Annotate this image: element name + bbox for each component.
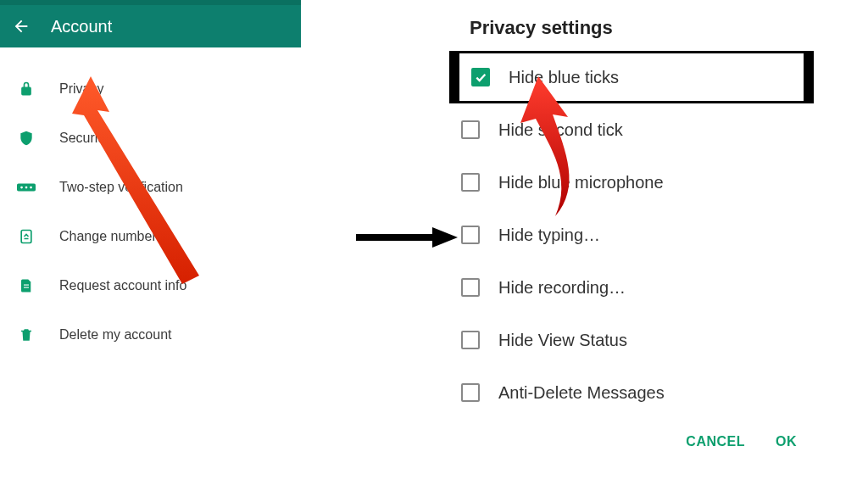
header-title: Account [51, 17, 112, 36]
menu-label: Delete my account [59, 327, 172, 343]
ok-button[interactable]: OK [776, 434, 797, 449]
svg-rect-6 [24, 287, 29, 288]
checkbox-icon[interactable] [461, 383, 480, 402]
checkbox-icon[interactable] [461, 226, 480, 244]
checkbox-icon[interactable] [471, 68, 490, 86]
option-hide-view-status[interactable]: Hide View Status [449, 314, 814, 366]
option-hide-recording[interactable]: Hide recording… [449, 261, 814, 314]
lock-icon [17, 80, 36, 98]
dialog-title: Privacy settings [449, 10, 814, 51]
option-label: Hide blue microphone [498, 173, 664, 192]
svg-point-1 [20, 187, 23, 189]
menu-label: Two-step verification [59, 180, 183, 195]
svg-rect-4 [21, 231, 31, 243]
option-hide-typing[interactable]: Hide typing… [449, 209, 814, 261]
privacy-settings-dialog: Privacy settings Hide blue ticks Hide se… [449, 10, 814, 449]
account-menu: Privacy Security Two-step verification C… [0, 47, 301, 359]
menu-item-delete-account[interactable]: Delete my account [0, 310, 301, 359]
shield-icon [17, 129, 36, 148]
back-arrow-icon[interactable] [12, 17, 31, 36]
option-label: Anti-Delete Messages [498, 383, 665, 403]
black-arrow-annotation [356, 226, 458, 249]
menu-item-privacy[interactable]: Privacy [0, 64, 301, 114]
trash-icon [17, 326, 36, 344]
svg-point-3 [30, 187, 32, 189]
sim-swap-icon [17, 227, 36, 246]
menu-label: Privacy [59, 81, 103, 97]
menu-item-change-number[interactable]: Change number [0, 212, 301, 261]
menu-label: Change number [59, 229, 157, 244]
menu-item-two-step[interactable]: Two-step verification [0, 163, 301, 212]
pin-dots-icon [17, 178, 36, 197]
option-label: Hide typing… [498, 226, 600, 245]
checkbox-icon[interactable] [461, 331, 480, 349]
account-settings-panel: Account Privacy Security Two-step verifi… [0, 0, 301, 359]
option-hide-blue-ticks[interactable]: Hide blue ticks [449, 51, 814, 103]
option-label: Hide second tick [498, 120, 623, 140]
cancel-button[interactable]: CANCEL [686, 434, 745, 449]
checkbox-icon[interactable] [461, 278, 480, 297]
option-label: Hide recording… [498, 278, 626, 298]
checkbox-icon[interactable] [461, 173, 480, 192]
menu-item-request-info[interactable]: Request account info [0, 261, 301, 310]
options-list: Hide blue ticks Hide second tick Hide bl… [449, 51, 814, 419]
option-label: Hide blue ticks [509, 68, 619, 87]
option-label: Hide View Status [498, 331, 627, 350]
option-hide-blue-microphone[interactable]: Hide blue microphone [449, 156, 814, 209]
option-anti-delete-messages[interactable]: Anti-Delete Messages [449, 366, 814, 419]
option-hide-second-tick[interactable]: Hide second tick [449, 103, 814, 156]
menu-item-security[interactable]: Security [0, 114, 301, 163]
svg-rect-5 [24, 285, 29, 286]
menu-label: Request account info [59, 278, 186, 293]
dialog-actions: CANCEL OK [449, 419, 814, 449]
checkbox-icon[interactable] [461, 120, 480, 139]
svg-point-2 [25, 187, 28, 189]
document-icon [17, 276, 36, 295]
header-bar: Account [0, 5, 301, 47]
menu-label: Security [59, 131, 108, 146]
